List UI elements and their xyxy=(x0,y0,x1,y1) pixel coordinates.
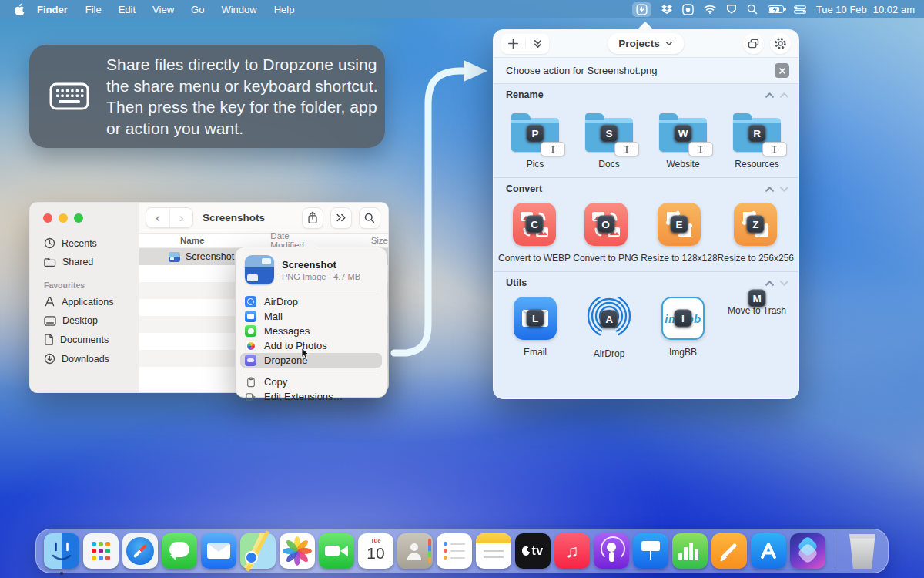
share-item-mail[interactable]: Mail xyxy=(240,309,382,324)
menu-view[interactable]: View xyxy=(144,4,182,15)
action-email[interactable]: L Email xyxy=(514,297,557,358)
dropzone-menubar-icon[interactable] xyxy=(632,2,651,17)
dropzone-panel-anchor xyxy=(638,22,653,29)
sidebar-section-favourites: Favourites xyxy=(30,271,139,292)
sidebar-item-applications[interactable]: Applications xyxy=(30,292,139,311)
download-icon xyxy=(44,353,55,365)
dock-finder-icon[interactable] xyxy=(44,533,79,569)
dock-music-icon[interactable]: ♫ xyxy=(554,533,590,569)
action-resize-256[interactable]: Z Resize to 256x256 xyxy=(718,203,794,264)
mouse-cursor xyxy=(299,347,312,363)
search-icon xyxy=(364,213,375,223)
close-window-button[interactable] xyxy=(43,213,52,223)
action-airdrop[interactable]: A AirDrop xyxy=(586,297,632,359)
action-imgbb[interactable]: imgbb I ImgBB xyxy=(661,297,705,358)
clock-icon xyxy=(44,237,55,249)
dock-calendar-icon[interactable]: Tue 10 xyxy=(358,533,393,569)
wifi-icon[interactable] xyxy=(704,5,716,14)
dock-podcasts-icon[interactable] xyxy=(594,533,629,569)
menu-edit[interactable]: Edit xyxy=(110,4,144,15)
minimize-window-button[interactable] xyxy=(59,213,68,223)
menubar-app-name[interactable]: Finder xyxy=(28,4,77,15)
control-center-icon[interactable] xyxy=(794,5,806,14)
sidebar-item-documents[interactable]: Documents xyxy=(30,330,139,349)
menubar-clock[interactable]: Tue 10 Feb 10:02 am xyxy=(816,4,915,15)
spotlight-icon[interactable] xyxy=(747,4,758,15)
expand-down-icon[interactable] xyxy=(779,92,789,99)
screen-capture-menubar-icon[interactable] xyxy=(682,4,694,15)
share-file-meta: PNG Image · 4.7 MB xyxy=(282,272,360,281)
sidebar-item-downloads[interactable]: Downloads xyxy=(30,349,139,368)
action-website[interactable]: W Website xyxy=(659,109,707,170)
copy-icon xyxy=(245,376,256,388)
windows-button[interactable] xyxy=(743,33,764,54)
share-button[interactable] xyxy=(302,207,323,229)
apple-logo-small xyxy=(522,546,530,556)
menu-file[interactable]: File xyxy=(77,4,110,15)
dock-tv-icon[interactable]: tv xyxy=(515,533,551,569)
shared-folder-icon xyxy=(44,257,56,267)
dock-facetime-icon[interactable] xyxy=(319,533,354,569)
zoom-window-button[interactable] xyxy=(74,213,83,223)
collapse-up-icon[interactable] xyxy=(765,280,775,287)
pocket-shape-menubar-icon[interactable] xyxy=(726,4,737,15)
collapse-up-icon[interactable] xyxy=(765,92,775,99)
dock-appstore-icon[interactable] xyxy=(751,533,786,569)
forward-button[interactable]: › xyxy=(169,208,192,227)
action-resize-128[interactable]: E Resize to 128x128 xyxy=(641,203,717,264)
dock-reminders-icon[interactable] xyxy=(437,533,472,569)
dropbox-menubar-icon[interactable] xyxy=(661,5,672,15)
dock-contacts-icon[interactable] xyxy=(397,533,433,569)
action-convert-webp[interactable]: C Convert to WEBP xyxy=(498,203,571,264)
convert-icon: O xyxy=(584,203,628,246)
settings-button[interactable] xyxy=(770,33,791,54)
collapse-all-button[interactable] xyxy=(525,39,549,49)
sidebar-item-shared[interactable]: Shared xyxy=(30,253,139,271)
share-item-messages[interactable]: Messages xyxy=(240,324,382,338)
battery-icon[interactable] xyxy=(768,5,784,13)
expand-down-icon[interactable] xyxy=(779,186,789,193)
share-item-edit-extensions[interactable]: Edit Extensions… xyxy=(240,389,382,404)
share-item-airdrop[interactable]: AirDrop xyxy=(240,294,382,309)
dock-photos-icon[interactable] xyxy=(280,533,315,569)
apple-menu-icon[interactable] xyxy=(14,3,25,16)
dock-mail-icon[interactable] xyxy=(201,533,236,569)
menu-window[interactable]: Window xyxy=(213,4,265,15)
more-toolbar-items-button[interactable] xyxy=(330,207,352,229)
action-move-to-trash[interactable]: M Move to Trash xyxy=(728,297,786,316)
search-button[interactable] xyxy=(359,207,380,229)
gear-icon xyxy=(773,36,788,51)
file-name: Screenshot xyxy=(186,251,234,262)
dock-trash-icon[interactable] xyxy=(845,533,880,569)
sidebar-item-recents[interactable]: Recents xyxy=(30,234,139,253)
dock-numbers-icon[interactable] xyxy=(672,533,708,569)
share-item-copy[interactable]: Copy xyxy=(240,375,382,389)
action-docs[interactable]: S Docs xyxy=(585,109,633,170)
dock-shortcuts-icon[interactable] xyxy=(790,533,825,569)
dock-notes-icon[interactable] xyxy=(476,533,511,569)
add-button[interactable] xyxy=(501,38,525,49)
dock-safari-icon[interactable] xyxy=(122,533,158,569)
resize-icon: Z xyxy=(734,203,777,246)
action-pics[interactable]: P Pics xyxy=(511,109,559,170)
projects-dropdown[interactable]: Projects xyxy=(608,33,684,54)
dock-pages-icon[interactable] xyxy=(711,533,747,569)
dock-keynote-icon[interactable] xyxy=(633,533,668,569)
dock-maps-icon[interactable] xyxy=(240,533,276,569)
close-prompt-button[interactable] xyxy=(775,63,789,78)
column-name[interactable]: Name xyxy=(180,236,204,245)
expand-down-icon[interactable] xyxy=(779,280,789,287)
back-button[interactable]: ‹ xyxy=(146,208,169,227)
resize-icon: E xyxy=(658,203,701,246)
action-resources[interactable]: R Resources xyxy=(733,109,781,170)
collapse-up-icon[interactable] xyxy=(765,186,775,193)
column-size[interactable]: Size xyxy=(371,236,388,245)
dock-messages-icon[interactable] xyxy=(162,533,197,569)
double-chevron-down-icon xyxy=(533,39,543,49)
action-convert-png[interactable]: O Convert to PNG xyxy=(573,203,638,264)
keyboard-icon xyxy=(49,82,89,110)
menu-go[interactable]: Go xyxy=(182,4,213,15)
sidebar-item-desktop[interactable]: Desktop xyxy=(30,311,139,330)
menu-help[interactable]: Help xyxy=(266,4,303,15)
dock-launchpad-icon[interactable] xyxy=(83,533,119,569)
